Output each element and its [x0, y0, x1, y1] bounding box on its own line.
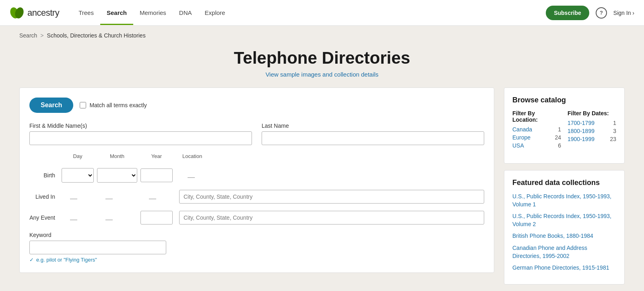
nav-links: Trees Search Memories DNA Explore [72, 0, 546, 25]
nav-item-search[interactable]: Search [100, 0, 133, 25]
featured-link-3[interactable]: Canadian Phone and Address Directories, … [512, 244, 616, 260]
keyword-input[interactable] [29, 241, 166, 254]
last-name-input[interactable] [262, 131, 484, 145]
ancestry-leaf-icon [10, 6, 24, 20]
featured-link-1[interactable]: U.S., Public Records Index, 1950-1993, V… [512, 212, 616, 228]
filter-row-1700: 1700-1799 1 [568, 120, 616, 126]
birth-location-dash: — [179, 170, 203, 181]
match-all-label[interactable]: Match all terms exactly [80, 102, 147, 108]
filter-count-1700: 1 [613, 120, 616, 126]
featured-card: Featured data collections U.S., Public R… [504, 170, 625, 285]
filter-row-europe: Europe 24 [512, 134, 561, 141]
navbar: ancestry Trees Search Memories DNA Explo… [0, 0, 644, 26]
nav-item-dna[interactable]: DNA [173, 0, 198, 25]
filter-link-1700[interactable]: 1700-1799 [568, 120, 594, 126]
dates-filter-section: Filter By Dates: 1700-1799 1 1800-1899 3… [568, 110, 616, 150]
filter-row-usa: USA 6 [512, 142, 561, 149]
last-name-group: Last Name [262, 123, 484, 145]
name-row: First & Middle Name(s) Last Name [29, 123, 484, 145]
breadcrumb-parent[interactable]: Search [19, 32, 37, 39]
any-event-year-input[interactable] [140, 211, 173, 224]
day-header: Day [62, 153, 94, 159]
browse-catalog-title: Browse catalog [512, 96, 616, 104]
page-subtitle-link[interactable]: View sample images and collection detail… [19, 71, 625, 78]
location-filter-section: Filter By Location: Canada 1 Europe 24 U… [512, 110, 561, 150]
check-icon: ✓ [29, 257, 34, 263]
any-event-location-input[interactable] [179, 211, 484, 224]
any-event-label: Any Event [29, 214, 62, 221]
filters-grid: Filter By Location: Canada 1 Europe 24 U… [512, 110, 616, 155]
lived-in-year-dash: — [140, 191, 165, 203]
subscribe-button[interactable]: Subscribe [546, 6, 589, 20]
filter-link-usa[interactable]: USA [512, 142, 524, 149]
filter-count-canada: 1 [558, 126, 561, 133]
lived-in-day-dash: — [62, 191, 86, 203]
breadcrumb: Search > Schools, Directories & Church H… [0, 26, 644, 42]
first-name-group: First & Middle Name(s) [29, 123, 252, 145]
featured-link-0[interactable]: U.S., Public Records Index, 1950-1993, V… [512, 193, 616, 208]
lived-in-month-dash: — [97, 191, 121, 203]
location-header: Location [179, 153, 484, 159]
breadcrumb-current: Schools, Directories & Church Histories [47, 32, 146, 39]
help-button[interactable]: ? [596, 7, 607, 19]
any-event-day-dash: — [62, 212, 86, 224]
filter-count-1900: 23 [610, 136, 616, 142]
first-name-input[interactable] [29, 131, 252, 145]
nav-item-explore[interactable]: Explore [198, 0, 232, 25]
filter-link-1800[interactable]: 1800-1899 [568, 128, 594, 134]
featured-title: Featured data collections [512, 179, 616, 187]
logo-text: ancestry [27, 8, 59, 18]
filter-row-canada: Canada 1 [512, 126, 561, 133]
first-name-label: First & Middle Name(s) [29, 123, 252, 129]
featured-link-2[interactable]: British Phone Books, 1880-1984 [512, 232, 616, 240]
lived-in-row: Lived In — — — [29, 190, 484, 204]
filter-link-europe[interactable]: Europe [512, 134, 530, 141]
birth-year-input[interactable] [140, 168, 173, 182]
nav-item-memories[interactable]: Memories [133, 0, 173, 25]
keyword-hint: ✓ e.g. pilot or "Flying Tigers" [29, 257, 484, 263]
filter-row-1900: 1900-1999 23 [568, 136, 616, 142]
keyword-section: Keyword ✓ e.g. pilot or "Flying Tigers" [29, 232, 484, 263]
featured-link-4[interactable]: German Phone Directories, 1915-1981 [512, 264, 616, 272]
birth-day-select[interactable] [62, 168, 94, 183]
breadcrumb-separator: > [40, 32, 43, 39]
search-button[interactable]: Search [29, 98, 73, 113]
search-top: Search Match all terms exactly [29, 98, 484, 113]
birth-month-select[interactable] [97, 168, 137, 183]
keyword-hint-text: e.g. pilot or "Flying Tigers" [36, 257, 97, 263]
keyword-label: Keyword [29, 232, 484, 238]
any-event-row: Any Event — — [29, 211, 484, 224]
location-filter-title: Filter By Location: [512, 110, 561, 123]
page-title: Telephone Directories [19, 42, 625, 68]
signin-link[interactable]: Sign In › [613, 10, 634, 16]
year-header: Year [140, 153, 173, 159]
dates-filter-title: Filter By Dates: [568, 110, 616, 116]
filter-count-usa: 6 [558, 142, 561, 149]
filter-link-1900[interactable]: 1900-1999 [568, 136, 594, 142]
nav-right: Subscribe ? Sign In › [546, 6, 634, 20]
match-all-checkbox[interactable] [80, 102, 86, 108]
sidebar: Browse catalog Filter By Location: Canad… [504, 87, 625, 285]
filter-count-europe: 24 [555, 134, 561, 141]
search-panel: Search Match all terms exactly First & M… [19, 87, 494, 273]
filter-link-canada[interactable]: Canada [512, 126, 532, 133]
page-content: Telephone Directories View sample images… [0, 42, 644, 291]
lived-in-label: Lived In [29, 193, 62, 200]
browse-catalog-card: Browse catalog Filter By Location: Canad… [504, 87, 625, 164]
match-all-text: Match all terms exactly [89, 102, 147, 108]
lived-in-location-input[interactable] [179, 190, 484, 204]
content-row: Search Match all terms exactly First & M… [19, 87, 625, 285]
filter-row-1800: 1800-1899 3 [568, 128, 616, 134]
birth-row: Birth — [29, 168, 484, 183]
birth-label: Birth [29, 172, 62, 179]
last-name-label: Last Name [262, 123, 484, 129]
nav-item-trees[interactable]: Trees [72, 0, 100, 25]
any-event-month-dash: — [97, 212, 121, 224]
filter-count-1800: 3 [613, 128, 616, 134]
col-headers-row: Day Month Year Location [29, 153, 484, 161]
month-header: Month [97, 153, 137, 159]
logo-link[interactable]: ancestry [10, 6, 59, 20]
